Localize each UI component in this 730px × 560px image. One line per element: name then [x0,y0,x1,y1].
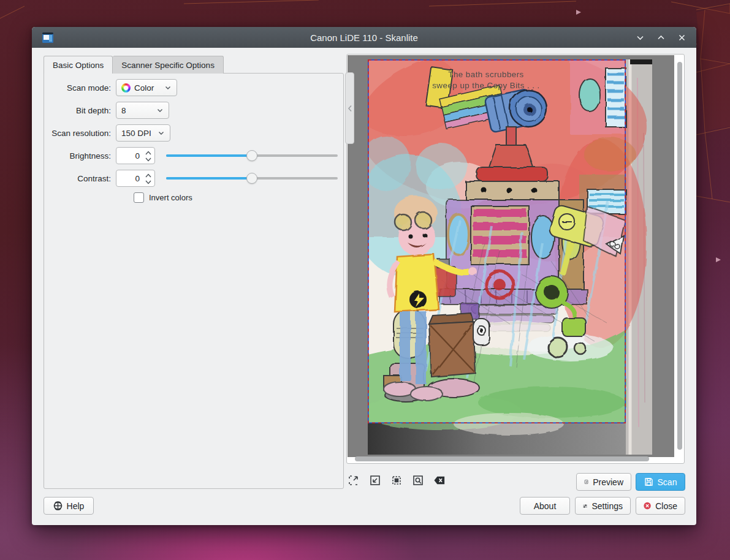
chevron-down-icon [164,84,172,91]
splitter-collapse-handle[interactable] [345,72,354,144]
scan-resolution-value: 150 DPI [121,129,151,138]
help-button-label: Help [67,501,85,511]
help-button[interactable]: Help [44,497,94,515]
scan-button[interactable]: Scan [636,473,685,491]
spin-arrows-icon[interactable] [145,172,152,186]
preview-horizontal-scrollbar[interactable] [355,456,649,461]
preview-zoom-toolbar [348,475,445,486]
brightness-slider-handle[interactable] [246,150,257,161]
bit-depth-row: Bit depth: 8 [44,102,343,119]
scan-resolution-label: Scan resolution: [44,129,116,138]
close-red-icon [644,501,651,510]
chevron-down-icon [156,107,164,114]
contrast-row: Contrast: 0 [44,170,343,187]
invert-colors-row: Invert colors [134,192,192,203]
tab-scanner-specific-options-label: Scanner Specific Options [121,61,215,70]
close-button[interactable]: Close [636,497,685,515]
scan-mode-combobox[interactable]: Color [116,79,177,96]
settings-button-label: Settings [591,501,623,511]
options-tabbar: Basic Options Scanner Specific Options [44,56,224,74]
contrast-slider-handle[interactable] [246,173,257,184]
chevron-down-icon [158,129,165,137]
about-button-label: About [534,501,557,511]
preview-button[interactable]: Preview [576,473,631,491]
contrast-spinbox[interactable]: 0 [116,170,155,187]
preview-vertical-scrollbar[interactable] [677,62,682,450]
bit-depth-combobox[interactable]: 8 [116,102,169,119]
brightness-spinbox[interactable]: 0 [116,147,155,164]
zoom-to-fit-icon[interactable] [413,475,424,486]
color-wheel-icon [121,83,131,93]
settings-sliders-icon [583,502,587,510]
zoom-in-icon[interactable] [348,475,359,486]
scanned-image[interactable]: The bath scrubbers sweep up the Copy Bit… [368,59,652,455]
brightness-label: Brightness: [44,151,116,161]
scan-mode-row: Scan mode: Color [44,79,343,96]
basic-options-panel: Scan mode: Color Bit depth: 8 Scan resol… [44,73,344,489]
spin-arrows-icon[interactable] [145,149,152,163]
skanlite-app-icon [42,31,54,44]
scan-mode-value: Color [134,83,154,93]
window-title: Canon LiDE 110 - Skanlite [32,32,696,43]
tab-basic-options-label: Basic Options [53,61,104,70]
preview-frame: The bath scrubbers sweep up the Copy Bit… [346,54,685,464]
titlebar[interactable]: Canon LiDE 110 - Skanlite [32,27,696,48]
brightness-slider[interactable] [166,147,338,164]
about-button[interactable]: About [520,497,570,515]
preview-canvas[interactable]: The bath scrubbers sweep up the Copy Bit… [348,55,674,457]
scan-resolution-combobox[interactable]: 150 DPI [116,124,170,142]
invert-colors-label: Invert colors [149,193,192,202]
zoom-to-selection-icon[interactable] [391,475,402,486]
settings-button[interactable]: Settings [575,497,631,515]
maximize-icon[interactable] [655,31,667,44]
preview-button-label: Preview [593,477,623,487]
slider-fill [166,154,252,157]
help-icon [53,501,63,510]
tab-basic-options[interactable]: Basic Options [44,56,113,74]
page-caption-line1: The bath scrubbers [448,70,524,79]
clear-selections-icon[interactable] [434,475,445,486]
tab-scanner-specific-options[interactable]: Scanner Specific Options [113,56,224,74]
close-icon[interactable] [675,31,688,44]
preview-icon [584,477,588,486]
brightness-row: Brightness: 0 [44,147,343,164]
scan-resolution-row: Scan resolution: 150 DPI [44,124,343,142]
zoom-out-icon[interactable] [370,475,381,486]
chevron-left-icon [348,105,352,112]
close-button-label: Close [655,501,677,511]
scan-button-label: Scan [658,477,677,487]
scan-mode-label: Scan mode: [44,83,116,93]
skanlite-window: Canon LiDE 110 - Skanlite Basic Options … [32,27,696,525]
bit-depth-label: Bit depth: [44,106,116,115]
save-scan-icon [644,477,653,486]
contrast-slider[interactable] [166,170,338,187]
page-caption-line2: sweep up the Copy Bits . . . [432,81,540,90]
invert-colors-checkbox[interactable] [134,192,144,203]
slider-fill [166,177,252,180]
bit-depth-value: 8 [121,106,126,115]
minimize-icon[interactable] [634,31,646,44]
contrast-label: Contrast: [44,174,116,183]
